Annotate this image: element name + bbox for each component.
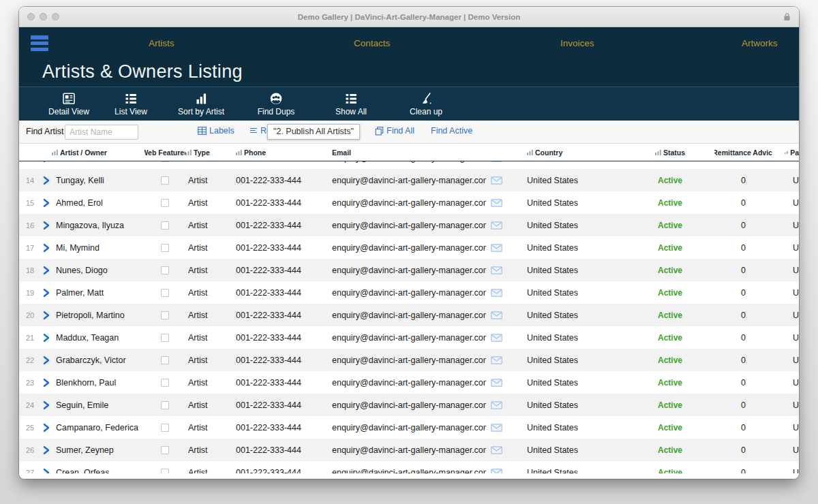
- web-featured-checkbox[interactable]: [161, 424, 169, 432]
- web-featured-checkbox[interactable]: [161, 469, 169, 474]
- nav-item-invoices[interactable]: Invoices: [560, 27, 594, 60]
- send-email-icon[interactable]: [486, 161, 506, 162]
- column-header-status[interactable]: Status: [650, 144, 714, 161]
- web-featured-checkbox[interactable]: [161, 334, 169, 342]
- sort-icon: [785, 149, 788, 155]
- column-header-type[interactable]: Type: [185, 144, 236, 161]
- web-featured-checkbox[interactable]: [161, 311, 169, 319]
- find-dups-button[interactable]: Find Dups: [239, 89, 314, 119]
- table-row[interactable]: 23 Blenkhorn, Paul Artist 001-222-333-44…: [19, 371, 799, 394]
- column-header-web_featured[interactable]: Web Featured: [145, 144, 185, 161]
- expand-chevron-icon[interactable]: [42, 221, 56, 230]
- column-header-pa[interactable]: Pa: [772, 144, 799, 161]
- table-header: Artist / Owner Web Featured Type Phone: [19, 144, 799, 161]
- table-row[interactable]: 16 Mingazova, Ilyuza Artist 001-222-333-…: [19, 214, 799, 236]
- web-featured-checkbox[interactable]: [161, 221, 169, 230]
- table-row[interactable]: 24 Seguin, Emile Artist 001-222-333-444 …: [19, 394, 799, 416]
- table-row[interactable]: 22 Grabarczyk, Victor Artist 001-222-333…: [19, 349, 799, 371]
- expand-chevron-icon[interactable]: [42, 176, 56, 185]
- column-header-mail[interactable]: [486, 144, 506, 161]
- web-featured-checkbox[interactable]: [161, 379, 169, 387]
- nav-item-artworks[interactable]: Artworks: [742, 27, 778, 60]
- expand-chevron-icon[interactable]: [42, 266, 56, 275]
- table-row[interactable]: 26 Sumer, Zeynep Artist 001-222-333-444 …: [19, 439, 799, 461]
- row-number: 16: [25, 221, 42, 230]
- column-header-country[interactable]: Country: [506, 144, 650, 161]
- expand-chevron-icon[interactable]: [42, 198, 56, 208]
- table-row[interactable]: 18 Nunes, Diogo Artist 001-222-333-444 e…: [19, 259, 799, 281]
- remittance-cell: 0: [714, 288, 772, 298]
- window-titlebar: Demo Gallery | DaVinci-Art-Gallery-Manag…: [19, 7, 799, 27]
- artist-name-input[interactable]: [65, 125, 138, 140]
- hamburger-menu-icon[interactable]: [31, 35, 48, 51]
- labels-button[interactable]: Labels: [198, 126, 234, 136]
- web-featured-checkbox[interactable]: [161, 176, 169, 185]
- send-email-icon[interactable]: [486, 334, 506, 342]
- table-row[interactable]: 19 Palmer, Matt Artist 001-222-333-444 e…: [19, 281, 799, 304]
- table-row[interactable]: 27 Crean, Orfeas Artist 001-222-333-444 …: [19, 461, 799, 473]
- row-number: 19: [25, 289, 42, 297]
- expand-chevron-icon[interactable]: [42, 468, 56, 474]
- send-email-icon[interactable]: [486, 311, 506, 319]
- table-row[interactable]: 13 Artist 001-222-333-444 enquiry@davinc…: [19, 161, 799, 169]
- find-all-button[interactable]: Find All: [375, 126, 414, 136]
- send-email-icon[interactable]: [486, 356, 506, 364]
- send-email-icon[interactable]: [486, 424, 506, 432]
- send-email-icon[interactable]: [486, 199, 506, 207]
- table-row[interactable]: 14 Tungay, Kelli Artist 001-222-333-444 …: [19, 169, 799, 191]
- expand-chevron-icon[interactable]: [42, 445, 56, 455]
- send-email-icon[interactable]: [486, 176, 506, 185]
- expand-chevron-icon[interactable]: [42, 333, 56, 343]
- column-header-phone[interactable]: Phone: [236, 144, 329, 161]
- remittance-cell: 0: [714, 400, 772, 410]
- sort-icon: [236, 149, 242, 155]
- send-email-icon[interactable]: [486, 221, 506, 230]
- show-all-button[interactable]: Show All: [314, 89, 389, 119]
- table-row[interactable]: 21 Maddux, Teagan Artist 001-222-333-444…: [19, 326, 799, 349]
- web-featured-checkbox[interactable]: [161, 401, 169, 409]
- column-header-email[interactable]: Email: [329, 144, 486, 161]
- expand-chevron-icon[interactable]: [42, 356, 56, 365]
- expand-chevron-icon[interactable]: [42, 400, 56, 410]
- web-featured-checkbox[interactable]: [161, 161, 169, 162]
- country-cell: United States: [506, 378, 650, 388]
- nav-item-artists[interactable]: Artists: [149, 27, 175, 60]
- table-row[interactable]: 15 Ahmed, Erol Artist 001-222-333-444 en…: [19, 191, 799, 214]
- minimize-window-button[interactable]: [40, 13, 47, 20]
- table-row[interactable]: 25 Campanaro, Federica Artist 001-222-33…: [19, 416, 799, 439]
- expand-chevron-icon[interactable]: [42, 243, 56, 253]
- expand-chevron-icon[interactable]: [42, 161, 56, 163]
- close-window-button[interactable]: [27, 13, 35, 20]
- web-featured-checkbox[interactable]: [161, 289, 169, 297]
- next-column-cell: U: [772, 445, 799, 455]
- send-email-icon[interactable]: [486, 401, 506, 409]
- send-email-icon[interactable]: [486, 469, 506, 474]
- web-featured-checkbox[interactable]: [161, 446, 169, 454]
- zoom-window-button[interactable]: [52, 13, 59, 20]
- expand-chevron-icon[interactable]: [42, 378, 56, 388]
- column-header-artist_owner[interactable]: Artist / Owner: [42, 144, 145, 161]
- column-header-remittance[interactable]: Remittance Advice: [714, 144, 772, 161]
- sort-by-artist-button[interactable]: Sort by Artist: [164, 89, 239, 119]
- send-email-icon[interactable]: [486, 379, 506, 387]
- send-email-icon[interactable]: [486, 244, 506, 252]
- clean-up-button[interactable]: Clean up: [389, 89, 464, 119]
- web-featured-checkbox[interactable]: [161, 266, 169, 274]
- table-row[interactable]: 20 Pietropoli, Martino Artist 001-222-33…: [19, 304, 799, 326]
- web-featured-checkbox[interactable]: [161, 199, 169, 207]
- send-email-icon[interactable]: [486, 266, 506, 274]
- find-active-button[interactable]: Find Active: [431, 126, 472, 136]
- expand-chevron-icon[interactable]: [42, 423, 56, 432]
- table-row[interactable]: 17 Mi, Mymind Artist 001-222-333-444 enq…: [19, 236, 799, 259]
- web-featured-checkbox[interactable]: [161, 356, 169, 364]
- expand-chevron-icon[interactable]: [42, 311, 56, 320]
- type-cell: Artist: [185, 468, 236, 474]
- send-email-icon[interactable]: [486, 446, 506, 454]
- web-featured-checkbox[interactable]: [161, 244, 169, 252]
- list-view-button[interactable]: List View: [98, 89, 164, 119]
- expand-chevron-icon[interactable]: [42, 288, 56, 298]
- detail-view-button[interactable]: Detail View: [40, 89, 98, 119]
- send-email-icon[interactable]: [486, 289, 506, 297]
- nav-item-contacts[interactable]: Contacts: [354, 27, 390, 60]
- country-cell: United States: [506, 176, 650, 185]
